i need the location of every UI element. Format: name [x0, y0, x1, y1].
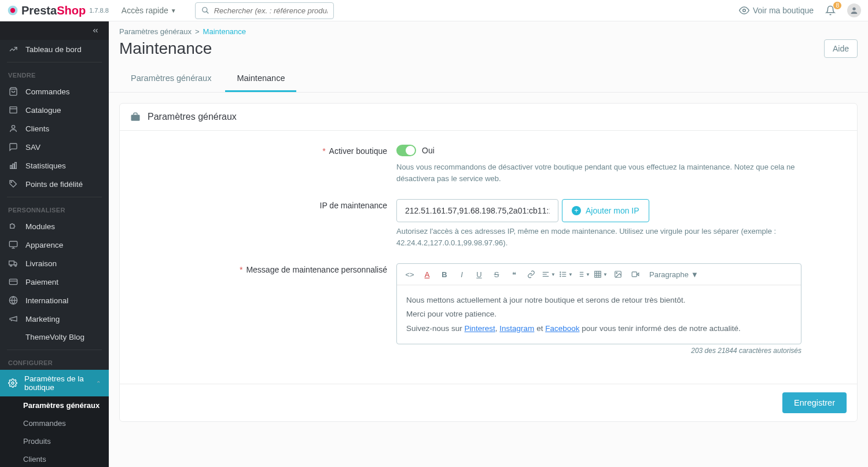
quick-access-label: Accès rapide — [122, 6, 168, 15]
tab-maintenance[interactable]: Maintenance — [225, 66, 296, 92]
required-mark: * — [322, 146, 325, 156]
toggle-enable-shop[interactable] — [396, 145, 416, 156]
link-pinterest[interactable]: Pinterest — [465, 324, 495, 333]
code-icon[interactable]: <> — [403, 267, 417, 281]
breadcrumb: Paramètres généraux > Maintenance — [109, 21, 868, 36]
truck-icon — [8, 259, 19, 268]
sidebar-sub-general[interactable]: Paramètres généraux — [0, 396, 109, 414]
sidebar-item-modules[interactable]: Modules — [0, 217, 109, 236]
sidebar-item-clients[interactable]: Clients — [0, 119, 109, 138]
chevron-left-icon — [91, 27, 100, 35]
breadcrumb-sep: > — [195, 27, 200, 36]
sidebar-label: Livraison — [25, 259, 57, 268]
strike-icon[interactable]: S — [490, 267, 503, 281]
sidebar-item-dashboard[interactable]: Tableau de bord — [0, 40, 109, 58]
sidebar-item-loyalty[interactable]: Points de fidélité — [0, 175, 109, 193]
align-icon[interactable]: ▼ — [542, 267, 556, 281]
svg-rect-24 — [131, 115, 140, 121]
link-instagram[interactable]: Instagram — [499, 324, 534, 333]
italic-icon[interactable]: I — [455, 267, 469, 281]
bold-icon[interactable]: B — [437, 267, 451, 281]
svg-point-28 — [560, 272, 561, 273]
text-color-icon[interactable]: A — [420, 267, 434, 281]
svg-point-23 — [12, 382, 14, 384]
globe-icon — [8, 296, 19, 305]
sidebar-item-delivery[interactable]: Livraison — [0, 254, 109, 273]
sidebar-item-catalog[interactable]: Catalogue — [0, 101, 109, 119]
sidebar-group-vendre: VENDRE — [0, 66, 109, 82]
sidebar-item-international[interactable]: International — [0, 291, 109, 310]
collapse-sidebar-button[interactable] — [0, 21, 109, 40]
chevron-up-icon: ⌃ — [96, 380, 101, 387]
sidebar-item-shop-params[interactable]: Paramètres de la boutique ⌃ — [0, 370, 109, 396]
help-button[interactable]: Aide — [824, 39, 858, 58]
toggle-state-label: Oui — [422, 146, 435, 155]
bullet-list-icon[interactable]: ▼ — [559, 267, 573, 281]
search-input[interactable] — [214, 6, 328, 15]
breadcrumb-maintenance[interactable]: Maintenance — [203, 27, 246, 36]
sidebar-label: SAV — [25, 143, 41, 152]
add-my-ip-button[interactable]: + Ajouter mon IP — [562, 199, 649, 222]
label-message: Message de maintenance personnalisé — [246, 265, 387, 274]
row-message: *Message de maintenance personnalisé <> … — [130, 263, 847, 355]
char-count: 203 des 21844 caractères autorisés — [396, 347, 801, 355]
svg-point-43 — [616, 273, 617, 274]
sidebar-label: Marketing — [25, 315, 60, 323]
sidebar-item-marketing[interactable]: Marketing — [0, 310, 109, 328]
svg-rect-37 — [595, 271, 601, 278]
svg-point-30 — [560, 276, 561, 277]
sidebar-group-config: CONFIGURER — [0, 354, 109, 370]
table-icon[interactable]: ▼ — [594, 267, 608, 281]
add-ip-label: Ajouter mon IP — [586, 206, 639, 215]
sidebar-sub-clients[interactable]: Clients — [0, 450, 109, 467]
sidebar-item-orders[interactable]: Commandes — [0, 82, 109, 101]
notifications-button[interactable]: 8 — [825, 5, 836, 16]
link-facebook[interactable]: Facebook — [545, 324, 579, 333]
msg-line2: Merci pour votre patience. — [406, 307, 792, 321]
sidebar-item-payment[interactable]: Paiement — [0, 273, 109, 291]
underline-icon[interactable]: U — [472, 267, 486, 281]
view-shop-label: Voir ma boutique — [753, 6, 814, 15]
sidebar-label: Clients — [25, 124, 49, 133]
sidebar-item-sav[interactable]: SAV — [0, 138, 109, 156]
sidebar-label: Paramètres de la boutique — [24, 374, 89, 392]
prestashop-icon — [7, 5, 19, 16]
chevron-down-icon: ▼ — [171, 8, 176, 14]
image-icon[interactable] — [611, 267, 625, 281]
card-icon — [8, 277, 19, 286]
view-shop-link[interactable]: Voir ma boutique — [739, 5, 814, 16]
avatar-icon — [849, 6, 859, 15]
sidebar-label: Tableau de bord — [25, 45, 82, 54]
brand-logo[interactable]: PrestaShop — [7, 4, 86, 17]
search-box[interactable] — [195, 2, 334, 19]
tab-general[interactable]: Paramètres généraux — [119, 66, 223, 92]
sidebar-item-stats[interactable]: Statistiques — [0, 156, 109, 175]
briefcase-icon — [130, 112, 141, 122]
svg-point-4 — [743, 9, 746, 12]
sidebar-item-appearance[interactable]: Apparence — [0, 236, 109, 254]
sidebar-sub-products[interactable]: Produits — [0, 432, 109, 450]
quick-access-menu[interactable]: Accès rapide ▼ — [122, 6, 176, 15]
svg-point-2 — [202, 8, 207, 12]
sidebar-sub-orders[interactable]: Commandes — [0, 414, 109, 432]
link-icon[interactable] — [524, 267, 538, 281]
row-maintenance-ip: IP de maintenance + Ajouter mon IP Autor… — [130, 199, 847, 248]
account-menu[interactable] — [847, 3, 861, 17]
trending-icon — [8, 45, 19, 54]
quote-icon[interactable]: ❝ — [507, 267, 521, 281]
sidebar-item-themevolty[interactable]: ThemeVolty Blog — [0, 328, 109, 346]
svg-point-12 — [11, 182, 12, 182]
chat-icon — [8, 142, 19, 152]
monitor-icon — [8, 240, 19, 249]
breadcrumb-general[interactable]: Paramètres généraux — [119, 27, 192, 36]
editor-content[interactable]: Nous mettons actuellement à jour notre b… — [397, 285, 801, 344]
tabs: Paramètres généraux Maintenance — [109, 66, 868, 93]
paragraph-selector[interactable]: Paragraphe▼ — [646, 270, 702, 279]
msg-line3: Suivez-nous sur Pinterest, Instagram et … — [406, 322, 792, 336]
svg-rect-10 — [13, 164, 14, 168]
maintenance-ip-input[interactable] — [396, 199, 558, 222]
save-button[interactable]: Enregistrer — [782, 392, 847, 413]
panel-footer: Enregistrer — [120, 384, 857, 421]
ordered-list-icon[interactable]: ▼ — [576, 267, 590, 281]
video-icon[interactable] — [628, 267, 642, 281]
